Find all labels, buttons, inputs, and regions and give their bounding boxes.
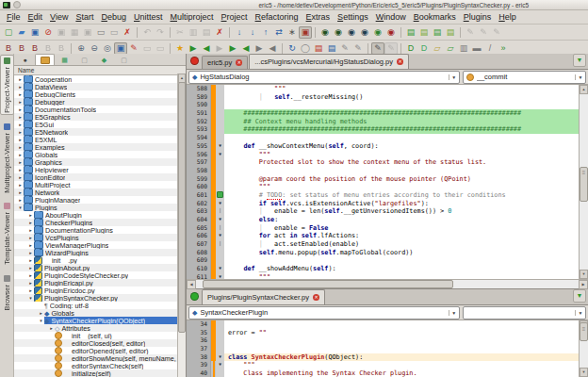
regexp-search-icon[interactable]: ∗ — [286, 26, 299, 39]
remove-split-icon[interactable]: / — [483, 42, 497, 55]
fold-collapse-icon[interactable]: ▼ — [216, 142, 224, 151]
tree-item[interactable]: ▸DebugClients — [14, 90, 186, 98]
breakpoint-edit-icon[interactable]: B — [28, 42, 41, 55]
tree-item[interactable]: ▸MultiProject — [14, 181, 186, 188]
menu-item-bookmarks[interactable]: Bookmarks — [410, 11, 460, 23]
unittest-script-icon[interactable]: ▤ — [431, 26, 444, 39]
pv-tab-resources[interactable]: ▢ — [74, 54, 94, 65]
new-icon[interactable]: ▢ — [2, 26, 15, 39]
tree-item[interactable]: ▸PluginManager — [14, 196, 186, 204]
menu-item-extras[interactable]: Extras — [302, 11, 335, 23]
collapsed-arrow-icon[interactable]: ▸ — [27, 220, 34, 225]
zoom-reset-icon[interactable]: ◎ — [101, 42, 114, 55]
tree-item[interactable]: __editorShowMenu(self, menuName, mer — [14, 354, 186, 362]
tree-item[interactable]: ▾PluginSyntaxChecker.py — [14, 294, 186, 302]
python-shell-icon[interactable]: » — [497, 42, 510, 55]
menu-item-settings[interactable]: Settings — [334, 11, 372, 23]
vscroll-thumb[interactable] — [580, 167, 588, 202]
edit-mode-icon[interactable]: ✎ — [371, 42, 384, 55]
collapsed-arrow-icon[interactable]: ▸ — [17, 122, 24, 127]
doc-python-icon[interactable]: D — [417, 42, 431, 55]
change-next-icon[interactable]: ▶ — [253, 42, 266, 55]
tree-item[interactable]: ▸__init__.py — [14, 256, 186, 264]
tree-item[interactable]: ▸Graphics — [14, 158, 186, 166]
collapsed-arrow-icon[interactable]: ▸ — [17, 159, 24, 165]
vscroll-thumb[interactable] — [580, 322, 588, 341]
tree-item[interactable]: ▸E5XML — [14, 136, 186, 143]
spell-check-icon[interactable]: ✎ — [127, 42, 140, 55]
tree-scrollbar[interactable]: ▲ — [177, 74, 186, 377]
collapsed-arrow-icon[interactable]: ▸ — [17, 91, 24, 97]
tree-item[interactable]: ▸PluginEricapi.py — [14, 279, 186, 287]
collapsed-arrow-icon[interactable]: ▸ — [38, 310, 44, 316]
debug-script-icon[interactable]: ◉ — [345, 26, 358, 39]
menu-item-multiproject[interactable]: Multiproject — [166, 11, 217, 23]
run-project-icon[interactable]: ◉ — [332, 26, 345, 39]
save-icon[interactable]: ▣ — [28, 26, 41, 39]
collapsed-arrow-icon[interactable]: ▸ — [27, 257, 34, 263]
search-prev-icon[interactable]: ↑ — [259, 26, 272, 39]
fold-collapse-icon[interactable]: ▼ — [216, 200, 224, 208]
tree-item[interactable]: ▸E5Gui — [14, 121, 186, 128]
fold-collapse-icon[interactable]: ▼ — [216, 353, 224, 362]
tree-item[interactable]: ▸Globals — [14, 151, 186, 158]
collapsed-arrow-icon[interactable]: ▸ — [48, 325, 55, 331]
tree-item[interactable]: ▸Examples — [14, 143, 186, 151]
fold-collapse-icon[interactable]: ▼ — [216, 232, 224, 240]
editor-tab[interactable]: eric5.py✕ — [202, 56, 248, 69]
scroll-down-icon[interactable]: ▼ — [580, 368, 588, 377]
close-file-icon[interactable]: ⊘ — [41, 26, 55, 39]
collapsed-arrow-icon[interactable]: ▸ — [27, 265, 34, 270]
tree-item[interactable]: ▸Network — [14, 188, 186, 196]
pv-tab-vcs-status[interactable]: ● — [15, 54, 35, 65]
editor-tab[interactable]: Plugins/PluginSyntaxChecker.py✕ — [202, 289, 325, 304]
top-editor-vscrollbar[interactable]: ▲▼ — [579, 85, 588, 279]
quickfind-icon[interactable]: ▣ — [299, 26, 312, 39]
tab-list-icon[interactable]: ▼ — [573, 289, 586, 303]
member-combo[interactable]: ▼ — [463, 306, 586, 320]
zoom-out-icon[interactable]: ⊖ — [88, 42, 101, 55]
chevron-down-icon[interactable]: ▼ — [575, 310, 585, 316]
fold-collapse-icon[interactable]: ▼ — [216, 151, 224, 159]
collapsed-arrow-icon[interactable]: ▸ — [17, 84, 24, 90]
expanded-arrow-icon[interactable]: ▾ — [38, 318, 44, 323]
tree-item[interactable]: ▸DataViews — [14, 83, 186, 90]
bookmark-prev-icon[interactable]: ◀ — [200, 42, 213, 55]
breakpoint-temporary-icon[interactable]: B — [15, 42, 28, 55]
goto-line-icon[interactable]: ⇄ — [272, 26, 286, 39]
tree-item[interactable]: ▸E5Network — [14, 128, 186, 136]
task-next-icon[interactable]: ▶ — [226, 42, 239, 55]
collapsed-arrow-icon[interactable]: ▸ — [17, 129, 24, 135]
collapsed-arrow-icon[interactable]: ▸ — [17, 99, 24, 105]
menu-item-refactoring[interactable]: Refactoring — [252, 11, 302, 23]
vcs-stop-icon[interactable]: ◯ — [299, 42, 312, 55]
vcs-diff-icon[interactable]: ✎ — [338, 42, 351, 55]
fold-collapse-icon[interactable]: ▼ — [216, 361, 224, 369]
dock-tab-project-viewer[interactable]: Project-Viewer — [0, 55, 14, 115]
unittest-restart-icon[interactable]: ▤ — [417, 26, 431, 39]
hscroll-thumb[interactable] — [203, 280, 453, 288]
member-combo[interactable]: __commit▼ — [463, 71, 586, 84]
vcs-commit-icon[interactable]: ▤ — [312, 42, 325, 55]
menu-item-start[interactable]: Start — [72, 11, 97, 23]
tree-item[interactable]: __editorSyntaxCheck(self) — [14, 362, 186, 369]
collapsed-arrow-icon[interactable]: ▸ — [17, 76, 24, 82]
collapsed-arrow-icon[interactable]: ▸ — [17, 144, 24, 150]
tree-item[interactable]: ▸WizardPlugins — [14, 249, 186, 256]
menu-item-view[interactable]: View — [46, 11, 72, 23]
menu-item-window[interactable]: Window — [372, 11, 410, 23]
breakpoint-toggle-icon[interactable]: B — [2, 42, 15, 55]
tree-item[interactable]: __init__(self, ui) — [14, 332, 186, 339]
collapsed-arrow-icon[interactable]: ▸ — [27, 242, 34, 248]
chevron-down-icon[interactable]: ▼ — [449, 74, 459, 80]
tree-item[interactable]: ▸ViewManagerPlugins — [14, 241, 186, 249]
restart-debug-icon[interactable]: ◉ — [371, 26, 384, 39]
open-icon[interactable]: ▰ — [15, 26, 28, 39]
editor-tab[interactable]: ...csPlugins/vcsMercurial/HgStatusDialog… — [249, 54, 409, 69]
stop-debug-icon[interactable]: ◉ — [384, 26, 398, 39]
pv-tab-forms[interactable]: ▦ — [55, 54, 74, 65]
scroll-left-icon[interactable]: ◀ — [187, 280, 196, 289]
tree-item[interactable]: ▸CheckerPlugins — [14, 219, 186, 226]
debug-project-icon[interactable]: ◉ — [358, 26, 371, 39]
tree-item[interactable]: ▸IconEditor — [14, 173, 186, 181]
